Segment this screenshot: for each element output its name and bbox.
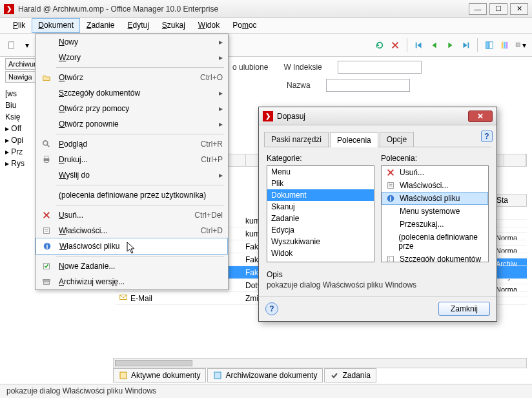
menu-dokument[interactable]: Dokument (32, 18, 80, 33)
dialog-title: Dopasuj (277, 112, 468, 121)
tab-zadania-label: Zadania (342, 371, 370, 380)
close-button[interactable]: ✕ (510, 3, 528, 15)
tab-archiwizowane-dokumenty[interactable]: Archiwizowane dokumenty (207, 368, 323, 382)
status-col-header[interactable]: Sta (493, 194, 527, 207)
categories-listbox[interactable]: MenuPlikDokumentSkanujZadanieEdycjaWyszu… (267, 165, 374, 262)
command-item[interactable]: (polecenia definiowane prze (382, 231, 488, 253)
category-item[interactable]: Wyszukiwanie (267, 236, 374, 247)
category-item[interactable]: Edycja (267, 224, 374, 236)
statusbar: pokazuje dialog Właściwości pliku Window… (0, 384, 532, 398)
category-item[interactable]: Menu (267, 166, 374, 178)
command-item[interactable]: iWłaściwości pliku (382, 192, 488, 205)
menu-item[interactable]: iWłaściwości pliku (36, 238, 228, 255)
menu-item[interactable]: Właściwości...Ctrl+D (36, 223, 228, 238)
command-label: Właściwości pliku (400, 194, 460, 203)
svg-rect-10 (489, 41, 493, 48)
maximize-button[interactable]: ☐ (489, 3, 507, 15)
menu-pomoc[interactable]: Pomoc (226, 18, 263, 33)
svg-point-41 (389, 257, 390, 258)
menu-item[interactable]: Wyślij do▸ (36, 167, 228, 183)
menu-item-label: Szczegóły dokumentów (59, 89, 212, 98)
svg-rect-22 (45, 161, 48, 163)
menu-item[interactable]: PodglądCtrl+R (36, 136, 228, 152)
tab-polecenia[interactable]: Polecenia (330, 132, 378, 147)
index-input[interactable] (338, 61, 422, 74)
tab-aktywne-dokumenty[interactable]: Aktywne dokumenty (113, 368, 206, 382)
menu-edytuj[interactable]: Edytuj (121, 18, 155, 33)
command-item[interactable]: Menu systemowe (382, 205, 488, 218)
command-label: Szczegóły dokumentów (400, 255, 481, 262)
window-title: Harald @ Archiwum.omp - Office Manager 1… (18, 5, 469, 14)
scrollbar-thumb[interactable] (115, 360, 192, 366)
doc-dropdown-icon[interactable]: ▾ (21, 39, 34, 52)
window-titlebar: ❯ Harald @ Archiwum.omp - Office Manager… (0, 0, 532, 18)
menu-item[interactable]: OtwórzCtrl+O (36, 70, 228, 85)
menu-widok[interactable]: Widok (192, 18, 226, 33)
svg-rect-12 (504, 41, 506, 48)
horizontal-scrollbar[interactable] (113, 358, 527, 368)
settings-dropdown-icon[interactable]: ▾ (514, 39, 527, 52)
menu-item[interactable]: Nowe Zadanie... (36, 258, 228, 274)
category-item[interactable]: Zadanie (267, 213, 374, 224)
svg-point-42 (389, 260, 390, 261)
svg-marker-5 (433, 42, 436, 48)
menu-item[interactable]: Otwórz ponownie▸ (36, 116, 228, 132)
menu-item[interactable]: Usuń...Ctrl+Del (36, 207, 228, 223)
dialog-close-button[interactable]: ✕ (468, 110, 493, 122)
category-item[interactable]: Dokument (267, 189, 374, 201)
commands-listbox[interactable]: Usuń...Właściwości...iWłaściwości plikuM… (381, 165, 489, 262)
col-header-3[interactable] (504, 154, 526, 166)
menu-item[interactable]: Archiwizuj wersję... (36, 274, 228, 289)
submenu-arrow-icon: ▸ (219, 104, 223, 113)
menu-item[interactable]: Nowy▸ (36, 34, 228, 50)
menu-item-label: Właściwości pliku (59, 242, 222, 251)
category-item[interactable]: Widok (267, 247, 374, 259)
tab-zadania[interactable]: Zadania (324, 368, 376, 382)
tab-opcje[interactable]: Opcje (380, 132, 414, 147)
menu-plik[interactable]: Plik (6, 18, 32, 33)
tab-paski-narzedzi[interactable]: Paski narzędzi (264, 132, 329, 147)
menu-item[interactable]: (polecenia definiowane przez użytkownika… (36, 187, 228, 203)
svg-rect-40 (388, 257, 394, 262)
svg-rect-11 (502, 41, 504, 48)
refresh-icon[interactable] (373, 39, 386, 52)
command-item[interactable]: Przeszukaj... (382, 218, 488, 231)
nav-last-icon[interactable] (459, 39, 472, 52)
svg-text:i: i (390, 194, 392, 202)
command-label: Przeszukaj... (400, 220, 444, 229)
command-item[interactable]: Usuń... (382, 166, 488, 179)
nav-prev-icon[interactable] (428, 39, 441, 52)
menu-item-label: Drukuj... (59, 155, 194, 164)
category-item[interactable]: Skanuj (267, 201, 374, 213)
info-icon: i (41, 242, 53, 251)
menu-item[interactable]: Drukuj...Ctrl+P (36, 152, 228, 167)
category-item[interactable]: Plik (267, 178, 374, 189)
menu-shortcut: Ctrl+R (201, 140, 223, 149)
category-item[interactable]: Opcje (267, 259, 374, 262)
svg-rect-25 (44, 228, 50, 234)
app-icon: ❯ (4, 4, 14, 14)
command-item[interactable]: Szczegóły dokumentów (382, 253, 488, 262)
nav-first-icon[interactable] (413, 39, 425, 52)
columns-icon[interactable] (498, 39, 511, 52)
menu-item-label: (polecenia definiowane przez użytkownika… (59, 191, 223, 200)
dialog-help-button[interactable]: ? (481, 131, 493, 142)
dialog-close-btn[interactable]: Zamknij (438, 302, 490, 316)
layout-icon[interactable] (483, 39, 496, 52)
menu-item-label: Nowy (59, 37, 212, 47)
command-item[interactable]: Właściwości... (382, 179, 488, 192)
name-input[interactable] (326, 79, 410, 92)
dialog-help-icon[interactable]: ? (265, 302, 278, 315)
menu-item[interactable]: Wzory▸ (36, 50, 228, 65)
cancel-icon[interactable] (389, 39, 402, 52)
menu-item[interactable]: Otwórz przy pomocy▸ (36, 101, 228, 116)
minimize-button[interactable]: — (469, 3, 487, 15)
menu-zadanie[interactable]: Zadanie (80, 18, 121, 33)
nav-next-icon[interactable] (444, 39, 456, 52)
menu-item[interactable]: Szczegóły dokumentów▸ (36, 85, 228, 101)
new-doc-icon[interactable] (5, 39, 18, 52)
dialog-titlebar[interactable]: ❯ Dopasuj ✕ (259, 107, 496, 125)
svg-rect-0 (9, 41, 14, 48)
menu-item-label: Właściwości... (59, 226, 194, 235)
menu-szukaj[interactable]: Szukaj (156, 18, 192, 33)
